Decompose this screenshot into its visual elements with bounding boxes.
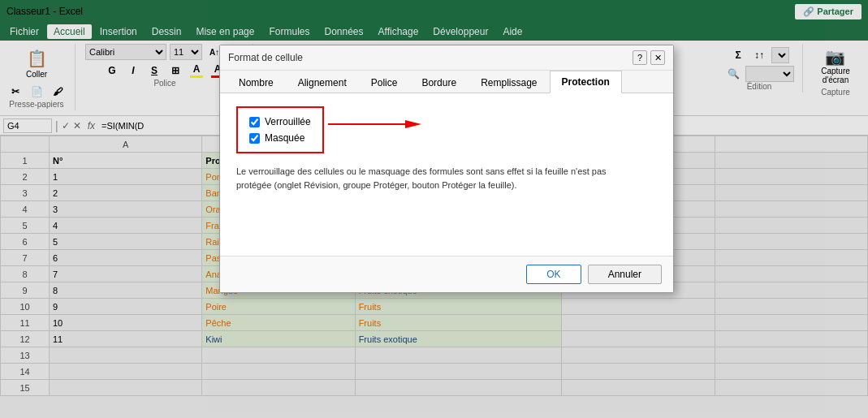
table-row: 12 11 Kiwi Fruits exotique (1, 331, 868, 347)
clipboard-label: Presse-papiers (9, 100, 63, 109)
paste-button[interactable]: 📋 Coller (20, 44, 53, 82)
table-row: 14 (1, 364, 868, 380)
checkbox-masquee[interactable] (249, 133, 260, 144)
title-bar: Classeur1 - Excel 🔗 Partager (0, 0, 868, 23)
dialog-titlebar: Format de cellule ? ✕ (220, 45, 673, 71)
format-cellule-dialog: Format de cellule ? ✕ Nombre Alignement … (219, 45, 674, 293)
group-edition: Σ ↕↑ 🔍 Édition (724, 44, 803, 93)
table-row: 13 (1, 347, 868, 364)
menu-affichage[interactable]: Affichage (372, 24, 425, 39)
table-row: 11 10 Pêche Fruits (1, 315, 868, 331)
menu-bar: Fichier Accueil Insertion Dessin Mise en… (0, 23, 868, 41)
dialog-controls: ? ✕ (633, 50, 665, 65)
dialog-title: Format de cellule (228, 52, 303, 63)
checkbox-masquee-row: Masquée (249, 132, 311, 144)
edition-dropdown[interactable] (771, 47, 789, 63)
ok-button[interactable]: OK (526, 265, 581, 284)
group-presse-papiers: 📋 Coller ✂ 📄 🖌 Presse-papiers (6, 44, 76, 110)
checkbox-verrouille-row: Verrouillée (249, 116, 311, 127)
menu-aide[interactable]: Aide (496, 24, 529, 39)
dialog-content: Verrouillée Masquée (220, 93, 673, 256)
tab-bordure[interactable]: Bordure (409, 71, 469, 93)
format-painter-button[interactable]: 🖌 (49, 84, 67, 100)
tab-protection[interactable]: Protection (550, 71, 622, 93)
italic-button[interactable]: I (124, 62, 142, 79)
cancel-formula-icon[interactable]: ✕ (73, 120, 81, 131)
checkbox-verrouille[interactable] (249, 117, 260, 127)
tab-alignement[interactable]: Alignement (286, 71, 359, 93)
tab-police[interactable]: Police (359, 71, 410, 93)
find-dropdown[interactable] (745, 66, 794, 82)
menu-developpeur[interactable]: Développeur (426, 24, 494, 39)
table-row: 10 9 Poire Fruits (1, 299, 868, 315)
dialog-close-button[interactable]: ✕ (650, 50, 665, 65)
copy-button[interactable]: 📄 (28, 84, 45, 100)
menu-fichier[interactable]: Fichier (3, 24, 45, 39)
fill-color-button[interactable]: A (188, 62, 205, 79)
group-capture: 📷 Capture d'écran Capture (813, 44, 862, 98)
annuler-button[interactable]: Annuler (588, 265, 662, 284)
menu-formules[interactable]: Formules (262, 24, 316, 39)
dialog-tabs: Nombre Alignement Police Bordure Remplis… (220, 71, 673, 93)
font-name-select[interactable]: Calibri (85, 44, 166, 60)
table-row: 15 (1, 380, 868, 396)
arrow-annotation (328, 116, 421, 132)
col-header-a: A (50, 136, 202, 153)
fx-label: fx (88, 120, 95, 131)
dialog-description: Le verrouillage des cellules ou le masqu… (236, 165, 626, 192)
police-label: Police (153, 79, 175, 88)
menu-donnees[interactable]: Données (317, 24, 369, 39)
check-icon[interactable]: ✓ (62, 120, 70, 131)
dialog-help-button[interactable]: ? (633, 50, 647, 65)
cell-reference-input[interactable] (3, 119, 52, 133)
underline-button[interactable]: S (145, 62, 163, 79)
corner-cell (1, 136, 50, 153)
tab-remplissage[interactable]: Remplissage (469, 71, 549, 93)
capture-label: Capture (821, 88, 850, 97)
checkbox-masquee-label: Masquée (265, 132, 304, 144)
share-button[interactable]: 🔗 Partager (795, 4, 862, 19)
menu-accueil[interactable]: Accueil (47, 24, 92, 39)
capture-button[interactable]: 📷 Capture d'écran (816, 44, 855, 88)
sum-button[interactable]: Σ (729, 47, 747, 63)
menu-dessin[interactable]: Dessin (145, 24, 188, 39)
edition-label: Édition (747, 82, 772, 91)
menu-mise-en-page[interactable]: Mise en page (189, 24, 261, 39)
find-button[interactable]: 🔍 (724, 66, 742, 82)
checkbox-verrouille-label: Verrouillée (265, 116, 311, 127)
border-button[interactable]: ⊞ (166, 62, 184, 79)
dialog-footer: OK Annuler (220, 256, 673, 292)
tab-nombre[interactable]: Nombre (227, 71, 286, 93)
cut-button[interactable]: ✂ (6, 84, 24, 100)
col-header-e (715, 136, 867, 153)
sort-button[interactable]: ↕↑ (750, 47, 768, 63)
font-size-select[interactable]: 11 (170, 44, 202, 60)
main-area: A B C 1 N° Produit Catégorie 2 (0, 136, 868, 418)
menu-insertion[interactable]: Insertion (93, 24, 144, 39)
checkbox-group: Verrouillée Masquée (236, 106, 324, 153)
app-title: Classeur1 - Excel (6, 6, 83, 17)
svg-marker-1 (405, 120, 421, 128)
formula-divider: | (55, 119, 58, 132)
bold-button[interactable]: G (103, 62, 121, 79)
